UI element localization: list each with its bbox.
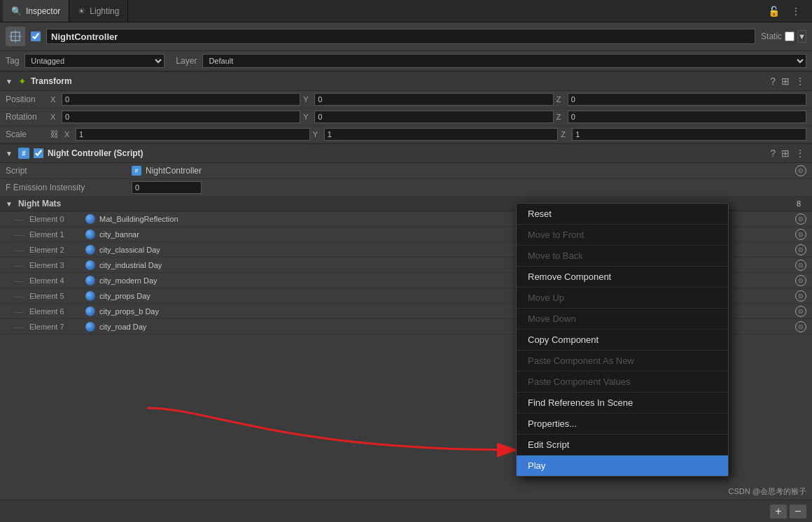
sun-icon: ☀ — [78, 6, 85, 16]
static-dropdown-button[interactable]: ▼ — [797, 30, 806, 43]
tag-dropdown[interactable]: Untagged — [24, 54, 164, 68]
ctx-item-paste-component-as-new: Paste Component As New — [517, 351, 728, 372]
element-target-4[interactable]: ⊙ — [795, 275, 806, 286]
gameobject-header: Static ▼ — [0, 22, 812, 51]
scale-z-input[interactable] — [572, 128, 806, 141]
element-label-6: Element 6 — [29, 307, 85, 316]
script-help-button[interactable]: ? — [769, 147, 777, 160]
script-field-label: Script — [6, 166, 132, 176]
tab-lighting[interactable]: ☀ Lighting — [69, 0, 128, 22]
transform-section-header: ▼ ✦ Transform ? ⊞ ⋮ — [0, 71, 812, 91]
gameobject-enabled-checkbox[interactable] — [31, 31, 41, 41]
ctx-item-move-down: Move Down — [517, 309, 728, 330]
script-target-icon[interactable]: ⊙ — [795, 165, 806, 176]
ctx-item-move-to-front: Move to Front — [517, 225, 728, 246]
ctx-item-copy-component[interactable]: Copy Component — [517, 330, 728, 351]
element-target-7[interactable]: ⊙ — [795, 321, 806, 332]
script-chevron: ▼ — [6, 150, 13, 157]
script-field-row: Script # NightController ⊙ — [0, 163, 812, 179]
script-name: NightController — [146, 166, 202, 176]
element-dash: — — [14, 260, 24, 271]
scale-xyz: X Y Z — [64, 128, 806, 141]
tag-layer-row: Tag Untagged Layer Default — [0, 51, 812, 71]
mat-name-4: city_modern Day — [99, 276, 158, 285]
element-target-2[interactable]: ⊙ — [795, 244, 806, 255]
transform-icon: ✦ — [18, 76, 27, 87]
transform-settings-button[interactable]: ⊞ — [780, 75, 791, 87]
ctx-item-find-references[interactable]: Find References In Scene — [517, 393, 728, 414]
element-dash: — — [14, 321, 24, 332]
ctx-item-remove-component[interactable]: Remove Component — [517, 267, 728, 288]
rotation-x-input[interactable] — [62, 111, 300, 123]
emission-field-row: F Emission Instensity — [0, 179, 812, 197]
script-settings-button[interactable]: ⊞ — [780, 147, 791, 160]
mat-name-5: city_props Day — [99, 292, 150, 300]
ctx-item-move-to-back: Move to Back — [517, 246, 728, 267]
element-target-3[interactable]: ⊙ — [795, 260, 806, 271]
mat-name-1: city_bannar — [99, 230, 139, 239]
transform-chevron: ▼ — [6, 78, 13, 85]
tab-inspector[interactable]: 🔍 Inspector — [3, 0, 69, 22]
layer-dropdown[interactable]: Default — [202, 54, 806, 68]
scale-label: Scale — [6, 129, 48, 139]
tab-bar-left: 🔍 Inspector ☀ Lighting — [3, 0, 128, 22]
mat-name-6: city_props_b Day — [99, 307, 159, 316]
static-area: Static ▼ — [761, 30, 806, 43]
script-file-icon: # — [132, 166, 141, 176]
mat-icon-6 — [85, 306, 95, 316]
script-enabled-checkbox[interactable] — [34, 148, 43, 158]
add-component-button[interactable]: + — [770, 505, 787, 519]
static-checkbox[interactable] — [785, 31, 794, 41]
element-target-6[interactable]: ⊙ — [795, 306, 806, 317]
transform-more-button[interactable]: ⋮ — [794, 75, 806, 87]
emission-value-input[interactable] — [132, 181, 202, 194]
script-icon: # — [18, 148, 29, 159]
script-more-button[interactable]: ⋮ — [794, 147, 806, 160]
ctx-item-edit-script[interactable]: Edit Script — [517, 435, 728, 456]
scale-link-icon: ⛓ — [50, 129, 59, 139]
element-dash: — — [14, 306, 24, 317]
gameobject-name-input[interactable] — [46, 29, 755, 44]
element-target-0[interactable]: ⊙ — [795, 213, 806, 225]
element-target-1[interactable]: ⊙ — [795, 229, 806, 240]
element-dash: — — [14, 244, 24, 255]
element-dash: — — [14, 229, 24, 240]
scale-y-input[interactable] — [324, 128, 559, 141]
mat-name-0: Mat_BuildingReflection — [99, 215, 178, 223]
ctx-item-reset[interactable]: Reset — [517, 204, 728, 225]
position-z-input[interactable] — [568, 93, 806, 106]
rotation-xyz: X Y Z — [50, 111, 806, 123]
more-options-button[interactable]: ⋮ — [788, 4, 804, 18]
position-label: Position — [6, 94, 48, 104]
element-target-5[interactable]: ⊙ — [795, 290, 806, 302]
emission-label: F Emission Instensity — [6, 183, 132, 192]
rotation-label: Rotation — [6, 112, 48, 122]
static-label: Static — [761, 31, 782, 41]
transform-help-button[interactable]: ? — [769, 75, 777, 87]
lock-button[interactable]: 🔓 — [765, 4, 783, 18]
mat-icon-4 — [85, 276, 95, 285]
position-y-input[interactable] — [314, 93, 553, 106]
element-dash: — — [14, 213, 24, 225]
mat-icon-3 — [85, 260, 95, 270]
scale-row: Scale ⛓ X Y Z — [0, 126, 812, 143]
element-label-4: Element 4 — [29, 276, 85, 285]
mat-name-3: city_industrial Day — [99, 261, 162, 269]
scale-x-input[interactable] — [76, 128, 310, 141]
position-x-input[interactable] — [62, 93, 300, 106]
rotation-z-input[interactable] — [568, 111, 806, 123]
rotation-row: Rotation X Y Z — [0, 108, 812, 126]
position-row: Position X Y Z — [0, 91, 812, 108]
position-xyz: X Y Z — [50, 93, 806, 106]
ctx-item-paste-component-values: Paste Component Values — [517, 372, 728, 393]
element-label-1: Element 1 — [29, 230, 85, 239]
ctx-item-play[interactable]: Play — [517, 456, 728, 476]
ctx-item-move-up: Move Up — [517, 288, 728, 309]
element-label-3: Element 3 — [29, 261, 85, 269]
ctx-item-properties[interactable]: Properties... — [517, 414, 728, 435]
tab-lighting-label: Lighting — [90, 6, 119, 16]
tag-label: Tag — [6, 56, 19, 66]
mat-icon-7 — [85, 322, 95, 332]
rotation-y-input[interactable] — [314, 111, 553, 123]
remove-component-button[interactable]: − — [790, 505, 806, 519]
